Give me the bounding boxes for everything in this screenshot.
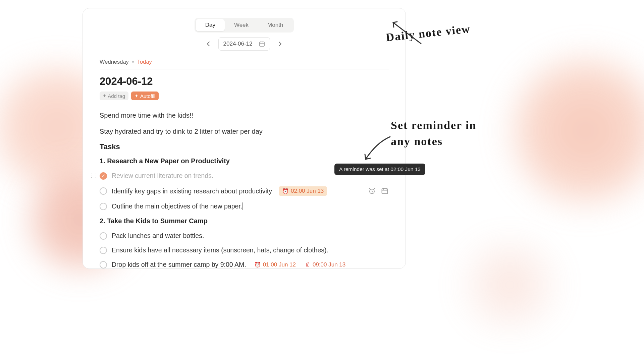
note-body-line[interactable]: Spend more time with the kids!! (100, 110, 389, 120)
task-checkbox[interactable] (100, 187, 107, 195)
task-text[interactable]: Review current literature on trends. (112, 172, 213, 180)
task-checkbox[interactable] (100, 261, 107, 268)
task-text[interactable]: Drop kids off at the summer camp by 9:00… (112, 261, 246, 268)
task-text[interactable]: Outline the main objectives of the new p… (112, 202, 243, 210)
task-item: Identify key gaps in existing research a… (100, 184, 389, 198)
calendar-icon: 🗓 (305, 262, 311, 268)
annotation-reminder: Set reminder in any notes (391, 117, 476, 149)
reminder-chip[interactable]: ⏰01:00 Jun 12 (253, 261, 297, 268)
tag-row: + Add tag ✦ Autofill (100, 92, 389, 100)
arrow-icon (389, 18, 426, 49)
svg-rect-5 (382, 189, 388, 194)
reminder-time: 02:00 Jun 13 (291, 188, 324, 194)
view-switcher: Day Week Month (195, 18, 294, 33)
sparkle-icon: ✦ (135, 93, 139, 99)
annotation-line: any notes (391, 133, 476, 149)
reminder-chip[interactable]: ⏰02:00 Jun 13 (279, 186, 327, 196)
task-checkbox[interactable] (100, 247, 107, 254)
calendar-chip[interactable]: 🗓09:00 Jun 13 (304, 261, 347, 268)
arrow-icon (362, 134, 395, 164)
task-checkbox[interactable] (100, 232, 107, 240)
prev-day-button[interactable] (204, 39, 213, 49)
autofill-label: Autofill (140, 93, 155, 99)
annotation-line: Set reminder in (391, 117, 476, 133)
task-item: Pack lunches and water bottles. (100, 230, 389, 242)
task-section-heading[interactable]: 2. Take the Kids to Summer Camp (100, 217, 389, 225)
tab-day[interactable]: Day (196, 19, 225, 31)
separator-dot (132, 61, 134, 63)
alarm-icon: ⏰ (254, 261, 261, 268)
plus-icon: + (103, 93, 106, 99)
bg-splash (443, 235, 577, 335)
date-picker[interactable]: 2024-06-12 (218, 37, 270, 51)
task-actions (368, 187, 389, 195)
weekday-label: Wednesday (100, 59, 129, 65)
add-tag-label: Add tag (108, 93, 125, 99)
alarm-icon[interactable] (368, 187, 376, 195)
note-title[interactable]: 2024-06-12 (100, 75, 389, 87)
add-tag-button[interactable]: + Add tag (100, 92, 128, 100)
date-value: 2024-06-12 (223, 41, 253, 47)
task-item: Drop kids off at the summer camp by 9:00… (100, 258, 389, 269)
reminder-time: 01:00 Jun 12 (263, 261, 296, 268)
calendar-icon (259, 41, 265, 47)
alarm-icon: ⏰ (282, 188, 289, 194)
autofill-button[interactable]: ✦ Autofill (131, 92, 159, 100)
note-body-line[interactable]: Stay hydrated and try to dink to 2 litte… (100, 126, 389, 136)
tab-month[interactable]: Month (258, 19, 292, 31)
task-checkbox[interactable] (100, 203, 107, 210)
task-checkbox[interactable]: ✓ (100, 172, 107, 180)
calendar-icon[interactable] (381, 187, 389, 195)
tab-week[interactable]: Week (225, 19, 258, 31)
task-text[interactable]: Identify key gaps in existing research a… (112, 187, 272, 195)
calendar-time: 09:00 Jun 13 (313, 261, 345, 268)
svg-rect-0 (260, 42, 264, 46)
tasks-heading: Tasks (100, 142, 389, 151)
bg-splash (493, 47, 644, 215)
date-nav: 2024-06-12 (100, 37, 389, 51)
reminder-tooltip: A reminder was set at 02:00 Jun 13 (334, 164, 425, 175)
task-text[interactable]: Pack lunches and water bottles. (112, 232, 204, 240)
drag-handle-icon[interactable]: ⋮⋮ (89, 173, 98, 179)
today-label: Today (137, 59, 152, 65)
task-text[interactable]: Ensure kids have all necessary items (su… (112, 246, 328, 254)
task-item: Ensure kids have all necessary items (su… (100, 244, 389, 256)
next-day-button[interactable] (275, 39, 285, 49)
task-item: Outline the main objectives of the new p… (100, 200, 389, 213)
day-line: Wednesday Today (100, 59, 389, 69)
note-card: Day Week Month 2024-06-12 Wednesday Toda… (83, 8, 406, 269)
